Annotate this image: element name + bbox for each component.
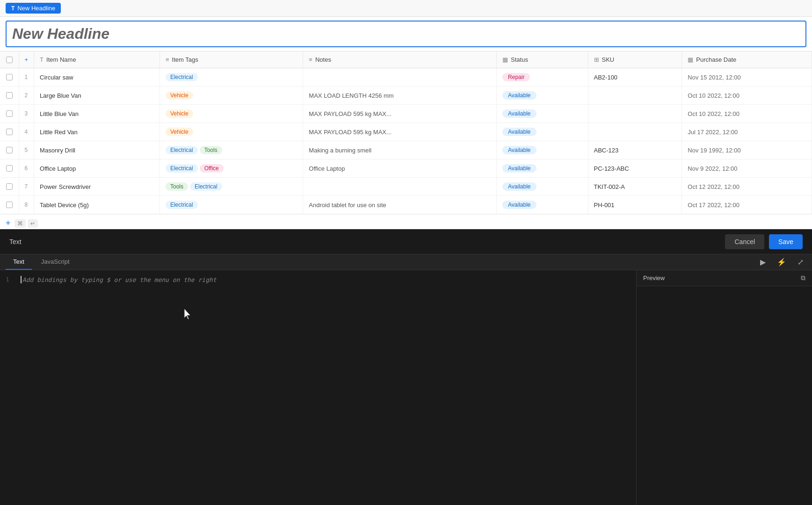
row-sku[interactable]: PC-123-ABC	[588, 159, 682, 178]
tag-tools[interactable]: Tools	[166, 182, 188, 191]
row-sku[interactable]: AB2-100	[588, 68, 682, 87]
row-item-name[interactable]: Power Screwdriver	[34, 178, 160, 196]
row-checkbox-cell[interactable]	[0, 178, 19, 196]
row-sku[interactable]: ABC-123	[588, 141, 682, 159]
row-notes[interactable]: MAX PAYLOAD 595 kg MAX...	[303, 123, 497, 141]
row-checkbox-cell[interactable]	[0, 159, 19, 178]
row-item-name[interactable]: Large Blue Van	[34, 87, 160, 105]
row-notes[interactable]: Office Laptop	[303, 159, 497, 178]
row-sku[interactable]	[588, 87, 682, 105]
code-area[interactable]: Add bindings by typing $ or use the menu…	[15, 276, 636, 499]
row-item-name[interactable]: Little Red Van	[34, 123, 160, 141]
col-notes[interactable]: ≡Notes	[303, 51, 497, 68]
row-checkbox-cell[interactable]	[0, 68, 19, 87]
row-sku[interactable]	[588, 105, 682, 123]
row-item-tags[interactable]: ElectricalTools	[160, 141, 303, 159]
run-button[interactable]: ▶	[757, 256, 768, 268]
col-checkbox[interactable]	[0, 51, 19, 68]
preview-copy-button[interactable]: ⧉	[801, 274, 805, 282]
row-status[interactable]: Available	[497, 87, 588, 105]
row-checkbox-cell[interactable]	[0, 87, 19, 105]
save-button[interactable]: Save	[769, 234, 803, 249]
row-checkbox-cell[interactable]	[0, 141, 19, 159]
row-notes[interactable]: Android tablet for use on site	[303, 196, 497, 214]
new-headline-tab[interactable]: T New Headline	[6, 3, 61, 14]
row-checkbox[interactable]	[6, 202, 13, 208]
tag-electrical[interactable]: Electrical	[166, 73, 198, 81]
row-notes[interactable]	[303, 178, 497, 196]
row-item-tags[interactable]: Electrical	[160, 68, 303, 87]
col-sku[interactable]: ⊞SKU	[588, 51, 682, 68]
row-item-tags[interactable]: Electrical	[160, 196, 303, 214]
row-checkbox[interactable]	[6, 147, 13, 153]
tag-vehicle[interactable]: Vehicle	[166, 109, 193, 118]
row-status[interactable]: Available	[497, 141, 588, 159]
row-item-tags[interactable]: Vehicle	[160, 87, 303, 105]
status-badge: Available	[502, 91, 536, 100]
row-sku[interactable]: PH-001	[588, 196, 682, 214]
row-sku[interactable]: TKIT-002-A	[588, 178, 682, 196]
tag-tools[interactable]: Tools	[200, 146, 222, 154]
col-purchase-date[interactable]: ▦Purchase Date	[682, 51, 812, 68]
row-notes[interactable]: MAX LOAD LENGTH 4256 mm	[303, 87, 497, 105]
tag-electrical[interactable]: Electrical	[166, 201, 198, 209]
row-checkbox-cell[interactable]	[0, 123, 19, 141]
row-item-name[interactable]: Office Laptop	[34, 159, 160, 178]
tag-vehicle[interactable]: Vehicle	[166, 128, 193, 136]
select-all-checkbox[interactable]	[6, 57, 13, 63]
row-sku[interactable]	[588, 123, 682, 141]
add-row-icon[interactable]: +	[25, 56, 29, 63]
table-row[interactable]: 7Power ScrewdriverToolsElectricalAvailab…	[0, 178, 812, 196]
table-row[interactable]: 2Large Blue VanVehicleMAX LOAD LENGTH 42…	[0, 87, 812, 105]
row-checkbox[interactable]	[6, 165, 13, 172]
tag-electrical[interactable]: Electrical	[190, 182, 222, 191]
tag-office[interactable]: Office	[200, 164, 224, 173]
row-item-tags[interactable]: Vehicle	[160, 105, 303, 123]
row-notes[interactable]	[303, 68, 497, 87]
table-container[interactable]: + TItem Name ≡Item Tags ≡Notes ▦Status	[0, 51, 812, 229]
table-row[interactable]: 6Office LaptopElectricalOfficeOffice Lap…	[0, 159, 812, 178]
row-item-name[interactable]: Circular saw	[34, 68, 160, 87]
row-status[interactable]: Available	[497, 105, 588, 123]
row-status[interactable]: Available	[497, 196, 588, 214]
table-row[interactable]: 1Circular sawElectricalRepairAB2-100Nov …	[0, 68, 812, 87]
row-status[interactable]: Repair	[497, 68, 588, 87]
expand-button[interactable]: ⤢	[795, 256, 806, 268]
code-editor[interactable]: 1 Add bindings by typing $ or use the me…	[0, 270, 636, 505]
row-checkbox[interactable]	[6, 183, 13, 190]
tag-electrical[interactable]: Electrical	[166, 146, 198, 154]
row-item-tags[interactable]: Vehicle	[160, 123, 303, 141]
row-notes[interactable]: MAX PAYLOAD 595 kg MAX...	[303, 105, 497, 123]
row-notes[interactable]: Making a burning smell	[303, 141, 497, 159]
row-item-name[interactable]: Masonry Drill	[34, 141, 160, 159]
tab-text[interactable]: Text	[6, 254, 32, 270]
table-row[interactable]: 8Tablet Device (5g)ElectricalAndroid tab…	[0, 196, 812, 214]
row-checkbox-cell[interactable]	[0, 105, 19, 123]
row-item-tags[interactable]: ToolsElectrical	[160, 178, 303, 196]
headline-input[interactable]	[6, 21, 806, 47]
row-item-tags[interactable]: ElectricalOffice	[160, 159, 303, 178]
row-status[interactable]: Available	[497, 159, 588, 178]
row-checkbox[interactable]	[6, 129, 13, 135]
add-row-button[interactable]: + ⌘ ↵	[0, 214, 812, 229]
row-item-name[interactable]: Tablet Device (5g)	[34, 196, 160, 214]
row-checkbox[interactable]	[6, 92, 13, 99]
row-item-name[interactable]: Little Blue Van	[34, 105, 160, 123]
tab-javascript[interactable]: JavaScript	[34, 254, 77, 270]
row-checkbox[interactable]	[6, 110, 13, 117]
row-status[interactable]: Available	[497, 178, 588, 196]
row-status[interactable]: Available	[497, 123, 588, 141]
lightning-button[interactable]: ⚡	[774, 256, 789, 268]
row-checkbox-cell[interactable]	[0, 196, 19, 214]
cancel-button[interactable]: Cancel	[725, 234, 764, 249]
tag-electrical[interactable]: Electrical	[166, 164, 198, 173]
table-row[interactable]: 5Masonry DrillElectricalToolsMaking a bu…	[0, 141, 812, 159]
col-status[interactable]: ▦Status	[497, 51, 588, 68]
table-row[interactable]: 3Little Blue VanVehicleMAX PAYLOAD 595 k…	[0, 105, 812, 123]
table-row[interactable]: 4Little Red VanVehicleMAX PAYLOAD 595 kg…	[0, 123, 812, 141]
editor-header: Text Cancel Save	[0, 230, 812, 254]
col-item-tags[interactable]: ≡Item Tags	[160, 51, 303, 68]
col-item-name[interactable]: TItem Name	[34, 51, 160, 68]
row-checkbox[interactable]	[6, 74, 13, 80]
tag-vehicle[interactable]: Vehicle	[166, 91, 193, 100]
